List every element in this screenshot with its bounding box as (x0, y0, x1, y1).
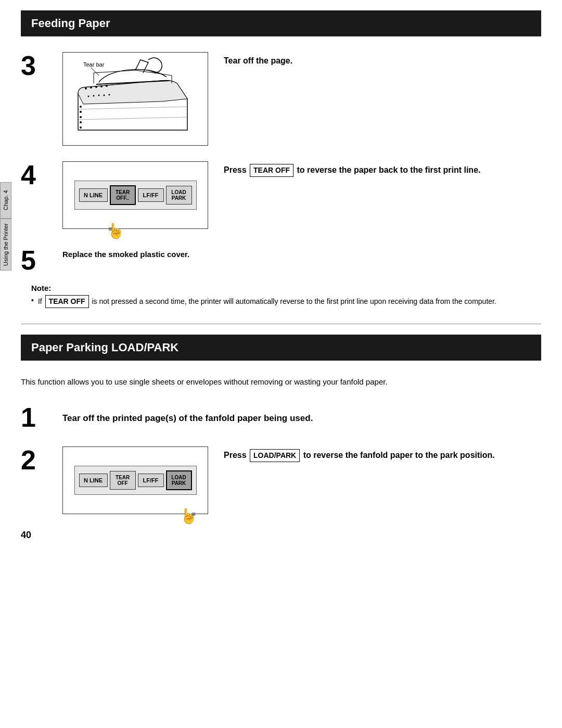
step-3-row: 3 Tear bar (21, 52, 541, 146)
step-5-row: 5 Replace the smoked plastic cover. (21, 245, 541, 276)
feeding-paper-header: Feeding Paper (21, 10, 541, 36)
parking-step-1-number: 1 (21, 404, 52, 431)
section-divider (21, 324, 541, 324)
step-4-panel-wrapper: N LINE TEAROFF.. LF/FF LOADPARK ☝ ≡ (62, 161, 208, 229)
svg-point-11 (100, 85, 103, 87)
step-4-button-panel: N LINE TEAROFF.. LF/FF LOADPARK (62, 161, 208, 229)
lf-ff-btn: LF/FF (138, 188, 164, 202)
svg-point-18 (104, 95, 105, 96)
step-3-content: Tear bar (62, 52, 541, 146)
parking-step-1-description: Tear off the printed page(s) of the fanf… (62, 409, 541, 425)
step-5-content: Replace the smoked plastic cover. (62, 245, 189, 259)
side-tabs: Chap. 4 Using the Printer (0, 182, 11, 271)
step-3-number: 3 (21, 52, 52, 79)
svg-line-13 (78, 107, 187, 109)
parking-step-1-text: Tear off the printed page(s) of the fanf… (62, 412, 541, 425)
step-5-number: 5 (21, 245, 52, 276)
panel-buttons-step-parking2: N LINE TEAROFF LF/FF LOADPARK (74, 466, 197, 495)
step-5-text: Replace the smoked plastic cover. (62, 250, 189, 259)
svg-line-14 (78, 117, 187, 120)
svg-point-9 (90, 86, 92, 88)
parking-step-1-row: 1 Tear off the printed page(s) of the fa… (21, 404, 541, 431)
step-3-description: Tear off the page. (224, 52, 541, 67)
parking-step-2-text: Press LOAD/PARK to reverse the fanfold p… (224, 449, 541, 462)
svg-point-5 (80, 116, 82, 118)
svg-point-15 (88, 96, 90, 97)
panel-buttons-step4: N LINE TEAROFF.. LF/FF LOADPARK (74, 181, 197, 210)
svg-point-16 (93, 95, 95, 97)
page-number: 40 (21, 530, 541, 541)
paper-parking-description: This function allows you to use single s… (21, 376, 541, 388)
parking-step-2-row: 2 N LINE TEAROFF LF/FF LOADPARK (21, 446, 541, 514)
step-4-number: 4 (21, 161, 52, 188)
svg-point-8 (85, 87, 87, 90)
parking-step-2-content: N LINE TEAROFF LF/FF LOADPARK ☝ ≡ Press (62, 446, 541, 514)
svg-point-3 (80, 106, 82, 108)
press-lines: ≡ (108, 225, 112, 233)
parking-step-2-panel-wrapper: N LINE TEAROFF LF/FF LOADPARK ☝ ≡ (62, 446, 208, 514)
parking-lf-ff-btn: LF/FF (138, 474, 164, 487)
using-tab: Using the Printer (0, 219, 11, 271)
svg-point-4 (80, 111, 82, 113)
step-4-text: Press TEAR OFF to reverse the paper back… (224, 164, 541, 177)
note-section: Note: • If TEAR OFF is not pressed a sec… (21, 284, 541, 308)
printer-illustration: Tear bar (62, 52, 208, 146)
svg-point-19 (109, 94, 110, 96)
parking-n-line-btn: N LINE (79, 474, 108, 487)
note-text: If TEAR OFF is not pressed a second time… (38, 295, 496, 308)
parking-step-2-description: Press LOAD/PARK to reverse the fanfold p… (224, 446, 541, 462)
parking-press-lines: ≡ (191, 510, 196, 518)
step-4-description: Press TEAR OFF to reverse the paper back… (224, 161, 541, 177)
parking-load-park-btn-highlighted: LOADPARK (166, 470, 192, 490)
load-park-inline-btn: LOAD/PARK (250, 449, 300, 462)
svg-point-12 (106, 85, 108, 87)
tear-off-inline-btn: TEAR OFF (250, 164, 293, 177)
load-park-btn: LOADPARK (166, 186, 192, 205)
svg-text:Tear bar: Tear bar (83, 61, 105, 68)
step-4-content: N LINE TEAROFF.. LF/FF LOADPARK ☝ ≡ (62, 161, 541, 229)
svg-point-17 (98, 95, 100, 96)
parking-step-2-button-panel: N LINE TEAROFF LF/FF LOADPARK (62, 446, 208, 514)
svg-point-7 (80, 126, 82, 129)
chap-tab: Chap. 4 (0, 182, 11, 219)
svg-line-1 (91, 68, 99, 75)
parking-tear-off-btn: TEAROFF (110, 471, 136, 490)
svg-point-6 (80, 121, 82, 123)
note-item: • If TEAR OFF is not pressed a second ti… (31, 295, 541, 308)
step-3-text: Tear off the page. (224, 55, 541, 67)
paper-parking-header: Paper Parking LOAD/PARK (21, 335, 541, 361)
note-title: Note: (31, 284, 541, 292)
svg-point-10 (95, 86, 97, 88)
tear-off-note-btn: TEAR OFF (45, 295, 89, 308)
parking-step-2-number: 2 (21, 446, 52, 474)
n-line-btn: N LINE (79, 188, 108, 202)
tear-off-btn-highlighted: TEAROFF.. (110, 185, 136, 205)
step-4-row: 4 N LINE TEAROFF.. LF/FF LOADPARK (21, 161, 541, 229)
